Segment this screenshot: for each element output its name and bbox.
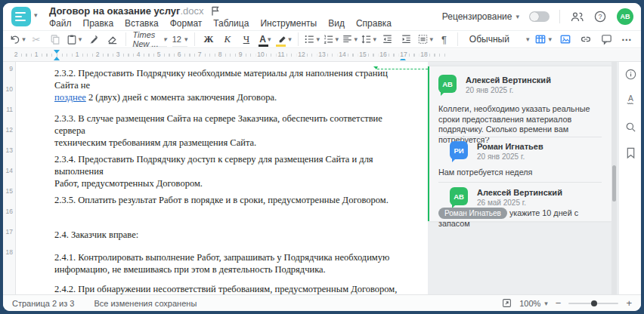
toolbar: ▾ ✂ ▾ Times New ...▾ 12▾ Ж К Ч А ▾ [3, 30, 641, 48]
fit-width-icon[interactable] [501, 298, 512, 309]
ruler-number: 16 [3, 208, 13, 215]
spellcheck-icon[interactable]: A [624, 94, 636, 106]
ruler-number: 11 [3, 106, 13, 113]
decrease-indent-button[interactable] [380, 32, 394, 47]
search-icon[interactable] [624, 121, 636, 133]
comment-text: Роман Игнатьев укажите 10 дней с запасом [438, 208, 602, 229]
menu-bar: Файл Правка Вставка Формат Таблица Инстр… [49, 18, 392, 29]
zoom-slider[interactable] [568, 303, 618, 304]
logo-menu-caret-icon[interactable]: ▾ [34, 11, 38, 19]
menu-format[interactable]: Формат [170, 18, 203, 29]
review-mode-dropdown[interactable]: Рецензирование▾ [442, 11, 519, 22]
ruler-number: 12 [296, 51, 306, 59]
status-left: Страница 2 из 3 Все изменения сохранены [12, 299, 197, 308]
paragraph-borders-button[interactable]: ▾ [418, 32, 432, 47]
undo-button[interactable]: ▾ [11, 32, 24, 47]
cut-button[interactable]: ✂ [29, 32, 43, 47]
bookmark-icon[interactable] [624, 146, 636, 159]
info-icon[interactable] [624, 68, 636, 80]
chevron-down-icon: ▾ [355, 35, 358, 43]
bold-button[interactable]: Ж [202, 32, 215, 47]
ruler-number: 2 [94, 51, 101, 59]
menu-tools[interactable]: Инструменты [260, 18, 317, 29]
zoom-slider-handle[interactable] [591, 300, 597, 306]
paragraph-2-3-5[interactable]: 2.3.5. Оплатить результат Работ в порядк… [54, 194, 405, 206]
font-color-icon: А [259, 35, 266, 44]
menu-view[interactable]: Вид [328, 18, 345, 29]
ruler-number: 12 [3, 126, 13, 134]
show-paragraph-marks-button[interactable]: ¶ [437, 32, 450, 47]
comment-thread[interactable]: АВ Алексей Вертинский 20 янв 2025 г. Кол… [428, 66, 612, 221]
v-ruler[interactable]: 9101112131415161718 [3, 62, 16, 294]
tracked-insertion[interactable]: позднее [54, 92, 86, 103]
ruler-number: 14 [3, 167, 13, 174]
paragraph-2-4-1[interactable]: 2.4.1. Контролировать выполнение Работ, … [54, 251, 405, 276]
document-text[interactable]: 2.3.2. Предоставить Подрядчику необходим… [54, 67, 405, 311]
paragraph-2-3-4[interactable]: 2.3.4. Предоставить Подрядчику доступ к … [54, 153, 405, 189]
first-line-indent-marker[interactable] [54, 50, 60, 54]
h-ruler[interactable]: 21123456789101112131415161718 [3, 49, 641, 62]
font-color-button[interactable]: А ▾ [259, 32, 272, 47]
insert-comment-button[interactable] [599, 32, 613, 47]
clear-format-eraser-icon[interactable] [105, 32, 119, 47]
ruler-number: 7 [197, 51, 203, 59]
document-page[interactable]: 2.3.2. Предоставить Подрядчику необходим… [16, 62, 428, 294]
align-left-button[interactable]: ▾ [342, 32, 356, 47]
paste-button[interactable]: ▾ [67, 32, 81, 47]
svg-text:A: A [628, 94, 633, 103]
menu-table[interactable]: Таблица [213, 18, 249, 29]
chevron-down-icon: ▾ [268, 35, 271, 43]
copy-button[interactable] [48, 32, 62, 47]
ruler-number: 11 [277, 51, 286, 59]
highlighter-icon [277, 35, 286, 44]
mention-chip[interactable]: Роман Игнатьев [438, 208, 507, 219]
menu-edit[interactable]: Правка [83, 18, 114, 29]
paragraph-style-select[interactable]: Обычный▾ [469, 34, 530, 45]
paragraph-2-3-3[interactable]: 2.3.3. В случае размещения Сайта на серв… [54, 112, 405, 149]
insert-table-button[interactable]: ▾ [534, 32, 552, 47]
font-name-select[interactable]: Times New ...▾ [132, 32, 166, 47]
status-bar: Страница 2 из 3 Все изменения сохранены … [3, 294, 641, 311]
scrollbar-thumb[interactable] [612, 165, 616, 202]
ruler-number: 9 [237, 51, 244, 59]
bullet-list-button[interactable]: ▾ [305, 32, 318, 47]
format-painter-icon[interactable] [86, 32, 100, 47]
menu-file[interactable]: Файл [49, 18, 72, 29]
zoom-select[interactable]: 100%▾ [519, 299, 548, 308]
font-size-select[interactable]: 12▾ [172, 32, 188, 47]
chevron-down-icon: ▾ [163, 35, 167, 43]
review-toggle[interactable] [529, 11, 550, 22]
paragraph-2-4[interactable]: 2.4. Заказчик вправе: [54, 229, 405, 241]
editor-area: 9101112131415161718 2.3.2. Предоставить … [3, 62, 641, 294]
insert-group: ▾ ⋯ [534, 32, 633, 47]
ruler-number: 3 [115, 51, 122, 59]
italic-button[interactable]: К [221, 32, 234, 47]
insert-link-button[interactable] [579, 32, 593, 47]
underline-button[interactable]: Ч [240, 32, 253, 47]
ruler-number: 10 [255, 51, 265, 59]
more-tools-button[interactable]: ⋯ [620, 32, 633, 47]
flag-icon[interactable] [211, 6, 221, 16]
insert-image-button[interactable] [559, 32, 572, 47]
comment-date: 20 янв 2025 г. [466, 86, 513, 94]
ruler-number: 6 [176, 51, 183, 59]
menu-insert[interactable]: Вставка [125, 18, 159, 29]
collaboration-users-icon[interactable] [570, 10, 584, 23]
zoom-in-button[interactable]: + [626, 300, 632, 307]
menu-help[interactable]: Справка [356, 18, 392, 29]
app-logo-icon[interactable] [11, 7, 31, 26]
numbered-list-button[interactable]: ▾ [324, 32, 337, 47]
highlight-color-button[interactable]: ▾ [277, 32, 291, 47]
comments-panel: АВ Алексей Вертинский 20 янв 2025 г. Кол… [428, 62, 618, 294]
user-avatar[interactable]: АВ [617, 8, 633, 25]
comments-scrollbar[interactable] [611, 62, 617, 294]
help-icon[interactable]: ? [593, 10, 607, 23]
page-indicator[interactable]: Страница 2 из 3 [12, 299, 74, 308]
comment-author: Роман Игнатьев [477, 142, 543, 151]
paragraph-2-3-2[interactable]: 2.3.2. Предоставить Подрядчику необходим… [54, 67, 405, 103]
line-spacing-button[interactable]: ▾ [361, 32, 375, 47]
left-indent-marker[interactable] [54, 57, 60, 60]
increase-indent-button[interactable] [399, 32, 413, 47]
ruler-number: 1 [74, 51, 81, 59]
zoom-out-button[interactable]: − [556, 300, 562, 307]
